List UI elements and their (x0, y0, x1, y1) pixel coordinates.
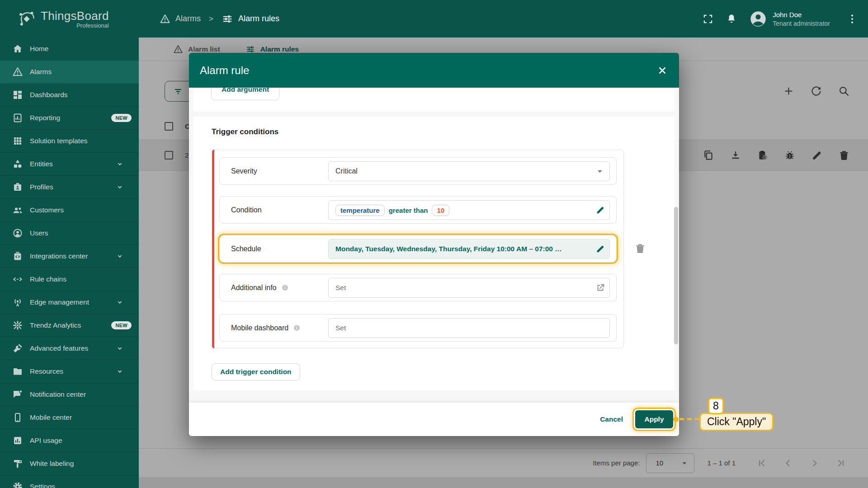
brand-logo[interactable]: ThingsBoard Professional (0, 0, 139, 38)
severity-select[interactable]: Critical (328, 161, 610, 181)
entities-icon (12, 159, 23, 169)
info-icon (281, 284, 289, 291)
condition-key-chip: temperature (335, 205, 385, 216)
sidebar-item-label: Profiles (30, 183, 53, 191)
sidebar-item-entities[interactable]: Entities (0, 153, 139, 176)
condition-value-chip: 10 (432, 205, 449, 216)
breadcrumb-separator: > (209, 14, 213, 23)
condition-operator: greater than (389, 206, 428, 214)
paint-icon (12, 458, 23, 469)
sidebar-item-label: Dashboards (30, 91, 68, 99)
sidebar-item-solution-templates[interactable]: Solution templates (0, 130, 139, 153)
user-icon (12, 228, 23, 239)
new-badge: NEW (111, 114, 132, 122)
cancel-button[interactable]: Cancel (600, 415, 623, 423)
condition-row: Condition temperature greater than 10 (219, 196, 617, 224)
edit-icon[interactable] (595, 244, 605, 254)
breadcrumb: Alarms > Alarm rules (160, 13, 279, 25)
sidebar-item-customers[interactable]: Customers (0, 199, 139, 222)
chevron-down-icon (115, 343, 125, 353)
dropdown-caret-icon (594, 166, 605, 177)
sidebar-item-home[interactable]: Home (0, 38, 139, 61)
api-icon (12, 435, 23, 446)
arguments-section: Add argument (193, 88, 675, 112)
condition-label: Condition (231, 197, 262, 223)
schedule-field[interactable]: Monday, Tuesday, Wednesday, Thursday, Fr… (328, 239, 610, 259)
reporting-icon (12, 113, 23, 123)
more-menu-icon[interactable] (846, 13, 858, 25)
sidebar-item-white-labeling[interactable]: White labeling (0, 452, 139, 475)
additional-info-field[interactable]: Set (328, 278, 610, 298)
sidebar-item-dashboards[interactable]: Dashboards (0, 84, 139, 107)
sidebar-item-edge-management[interactable]: Edge management (0, 291, 139, 314)
avatar[interactable] (749, 10, 767, 28)
breadcrumb-alarms[interactable]: Alarms (160, 14, 201, 24)
trigger-condition-block: Severity Critical Condition temperature … (212, 150, 624, 348)
sidebar-item-label: Resources (30, 367, 63, 375)
user-info[interactable]: John Doe Tenant administrator (773, 11, 830, 27)
sidebar-item-label: White labeling (30, 460, 74, 468)
edge-icon (12, 297, 23, 308)
home-icon (12, 43, 23, 54)
tune-icon (222, 13, 233, 25)
dashboards-icon (12, 89, 23, 100)
additional-info-placeholder: Set (335, 284, 346, 292)
customers-icon (12, 205, 23, 216)
mobile-dashboard-placeholder: Set (335, 324, 346, 332)
user-role: Tenant administrator (773, 20, 830, 27)
sidebar-item-label: Mobile center (30, 413, 72, 422)
breadcrumb-alarm-rules[interactable]: Alarm rules (222, 13, 279, 25)
brand-name: ThingsBoard (41, 9, 109, 23)
chevron-down-icon (115, 251, 125, 261)
info-icon (293, 324, 301, 332)
apply-button[interactable]: Apply (635, 410, 673, 428)
schedule-row: Schedule Monday, Tuesday, Wednesday, Thu… (219, 235, 617, 263)
warning-icon (160, 14, 170, 24)
edit-icon[interactable] (595, 205, 605, 215)
integrations-icon (12, 251, 23, 262)
delete-trigger-condition-icon[interactable] (634, 243, 646, 254)
sidebar-item-integrations-center[interactable]: Integrations center (0, 245, 139, 268)
sidebar-item-label: Entities (30, 160, 53, 168)
sidebar-item-label: Edge management (30, 298, 89, 306)
thingsboard-logo-icon (17, 9, 36, 28)
sidebar-item-mobile-center[interactable]: Mobile center (0, 406, 139, 429)
sidebar-item-settings[interactable]: Settings (0, 475, 139, 488)
sidebar-item-trendz-analytics[interactable]: Trendz AnalyticsNEW (0, 314, 139, 337)
sidebar-item-api-usage[interactable]: API usage (0, 429, 139, 452)
sidebar-item-label: Trendz Analytics (30, 321, 81, 329)
thingsboard-app: Alarms > Alarm rules John Doe Tenant adm… (0, 0, 868, 488)
sidebar-item-profiles[interactable]: Profiles (0, 176, 139, 199)
tools-icon (12, 343, 23, 354)
warning-icon (12, 66, 23, 77)
add-trigger-condition-button[interactable]: Add trigger condition (212, 363, 300, 380)
schedule-value: Monday, Tuesday, Wednesday, Thursday, Fr… (335, 245, 562, 253)
sidebar-item-resources[interactable]: Resources (0, 360, 139, 383)
modal-scrollbar[interactable] (674, 207, 678, 344)
sidebar-item-label: Rule chains (30, 275, 66, 283)
breadcrumb-alarms-label: Alarms (175, 14, 201, 23)
condition-field[interactable]: temperature greater than 10 (328, 200, 610, 220)
sidebar-item-alarms[interactable]: Alarms (0, 61, 139, 84)
new-badge: NEW (111, 321, 132, 329)
sidebar-item-users[interactable]: Users (0, 222, 139, 245)
mobile-dashboard-field[interactable]: Set (328, 318, 610, 338)
breadcrumb-alarm-rules-label: Alarm rules (238, 14, 279, 23)
sidebar-item-label: Solution templates (30, 137, 88, 145)
sidebar-item-notification-center[interactable]: Notification center (0, 383, 139, 406)
open-in-new-icon[interactable] (595, 283, 605, 293)
sidebar-item-advanced-features[interactable]: Advanced features (0, 337, 139, 360)
alarm-rule-dialog: Alarm rule Add argument Trigger conditio… (189, 53, 679, 436)
notifications-bell-icon[interactable] (726, 13, 737, 25)
sidebar-item-reporting[interactable]: ReportingNEW (0, 107, 139, 130)
sidebar-item-rule-chains[interactable]: Rule chains (0, 268, 139, 291)
fullscreen-icon[interactable] (702, 13, 714, 25)
close-icon[interactable] (656, 65, 668, 76)
topbar-actions: John Doe Tenant administrator (702, 10, 868, 28)
mobile-icon (12, 412, 23, 423)
sidebar-nav: HomeAlarmsDashboardsReportingNEWSolution… (0, 38, 139, 488)
sidebar-item-label: Home (30, 45, 48, 53)
chevron-down-icon (115, 182, 125, 192)
rulechains-icon (12, 274, 23, 285)
required-accent-bar (212, 150, 214, 348)
